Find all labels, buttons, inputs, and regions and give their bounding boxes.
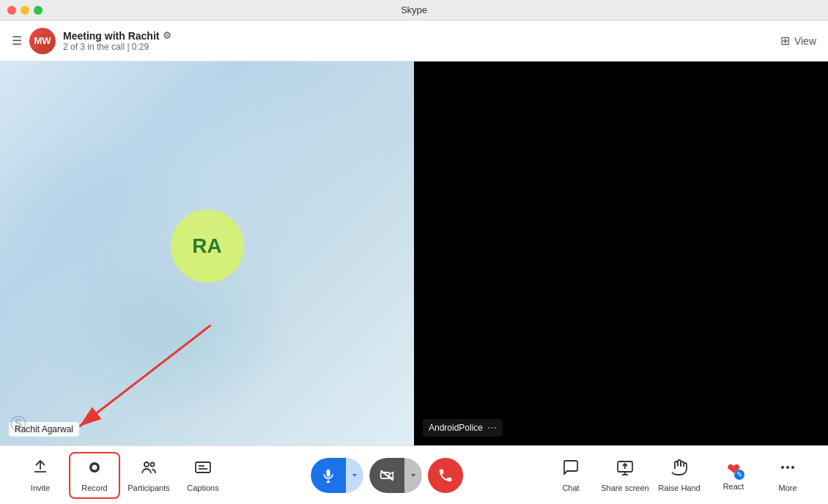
svg-point-22 xyxy=(791,466,794,469)
react-icon: ❤ ✎ xyxy=(727,460,740,479)
svg-line-1 xyxy=(80,325,211,426)
meeting-title: Meeting with Rachit xyxy=(63,30,159,42)
invite-button[interactable]: Invite xyxy=(15,452,66,499)
participant-name-right: AndroidPolice ··· xyxy=(423,419,503,437)
mic-group xyxy=(311,458,363,493)
raise-hand-button[interactable]: Raise Hand xyxy=(654,452,705,499)
captions-icon xyxy=(194,459,212,481)
view-label: View xyxy=(794,35,816,47)
close-button[interactable] xyxy=(7,6,16,15)
svg-marker-12 xyxy=(352,474,357,477)
more-button[interactable]: More xyxy=(762,452,813,499)
svg-point-3 xyxy=(92,464,97,470)
share-screen-icon xyxy=(616,459,634,481)
captions-label: Captions xyxy=(187,483,218,492)
raise-hand-icon xyxy=(670,459,688,481)
participant-avatar-ra: RA xyxy=(171,210,244,283)
svg-point-20 xyxy=(781,466,784,469)
view-button[interactable]: ⊞ View xyxy=(780,34,816,48)
record-button[interactable]: Record xyxy=(69,452,120,499)
user-avatar: MW xyxy=(29,28,56,54)
record-label: Record xyxy=(81,483,107,492)
header-left: ☰ MW Meeting with Rachit ⚙ 2 of 3 in the… xyxy=(12,28,171,54)
chat-button[interactable]: Chat xyxy=(545,452,596,499)
participants-label: Participants xyxy=(127,483,169,492)
meeting-settings-icon[interactable]: ⚙ xyxy=(163,30,171,41)
end-call-button[interactable] xyxy=(428,458,463,493)
toolbar: Invite Record Participants xyxy=(0,445,828,504)
raise-hand-label: Raise Hand xyxy=(658,483,700,492)
toolbar-center xyxy=(311,458,463,493)
grid-view-icon: ⊞ xyxy=(780,34,790,48)
record-icon xyxy=(86,459,103,481)
toolbar-right: Chat Share screen xyxy=(545,452,813,499)
react-label: React xyxy=(723,482,744,491)
menu-icon[interactable]: ☰ xyxy=(12,34,22,48)
meeting-subtitle: 2 of 3 in the call | 0:29 xyxy=(63,42,171,52)
traffic-lights xyxy=(7,6,42,15)
title-bar: Skype xyxy=(0,0,828,21)
svg-marker-16 xyxy=(411,474,415,477)
video-panel-right: AndroidPolice ··· xyxy=(414,62,828,445)
more-icon xyxy=(779,459,796,481)
chat-label: Chat xyxy=(562,483,579,492)
mic-caret-button[interactable] xyxy=(346,458,363,493)
video-panel-left: RA Rachit Agarwal Ⓢ xyxy=(0,62,414,445)
camera-caret-button[interactable] xyxy=(404,458,422,493)
toolbar-left: Invite Record Participants xyxy=(15,452,229,499)
camera-group xyxy=(369,458,422,493)
skype-watermark: Ⓢ xyxy=(10,413,26,435)
more-label: More xyxy=(778,483,796,492)
video-area: RA Rachit Agarwal Ⓢ AndroidPolice ··· xyxy=(0,62,828,445)
invite-label: Invite xyxy=(31,483,50,492)
participant-options-icon[interactable]: ··· xyxy=(487,421,497,434)
svg-point-4 xyxy=(144,462,149,467)
window-title: Skype xyxy=(401,4,427,15)
participants-button[interactable]: Participants xyxy=(123,452,174,499)
mic-button[interactable] xyxy=(311,458,346,493)
react-button[interactable]: ❤ ✎ React xyxy=(708,452,759,499)
svg-point-21 xyxy=(786,466,789,469)
fullscreen-button[interactable] xyxy=(34,6,42,15)
captions-button[interactable]: Captions xyxy=(177,452,229,499)
participants-icon xyxy=(140,459,158,481)
camera-button[interactable] xyxy=(369,458,404,493)
svg-rect-9 xyxy=(327,469,330,476)
svg-rect-6 xyxy=(196,462,210,472)
invite-icon xyxy=(32,459,49,481)
meeting-info: Meeting with Rachit ⚙ 2 of 3 in the call… xyxy=(63,30,171,52)
share-screen-button[interactable]: Share screen xyxy=(599,452,651,499)
svg-point-5 xyxy=(151,462,155,466)
share-screen-label: Share screen xyxy=(601,483,648,492)
meeting-title-row: Meeting with Rachit ⚙ xyxy=(63,30,171,42)
chat-icon xyxy=(562,459,580,481)
header: ☰ MW Meeting with Rachit ⚙ 2 of 3 in the… xyxy=(0,21,828,62)
minimize-button[interactable] xyxy=(21,6,29,15)
